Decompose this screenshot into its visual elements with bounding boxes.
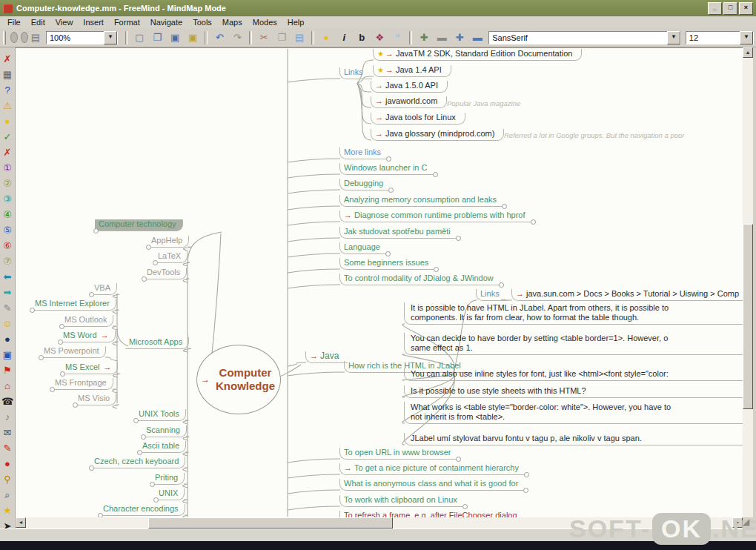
map-node-msvisio[interactable]: MS Visio (74, 394, 116, 405)
help-icon[interactable]: ? (1, 83, 14, 99)
redo-button[interactable]: ↷ (229, 30, 245, 45)
map-node-linkitem[interactable]: →java.sun.com > Docs > Books > Tutorial … (511, 289, 749, 301)
map-node-java[interactable]: →Java (305, 351, 348, 363)
map-node-vba[interactable]: VBA (90, 283, 117, 295)
desktop-icon[interactable]: ▣ (1, 348, 14, 363)
number-5-icon[interactable]: ⑤ (1, 223, 14, 239)
map-node-to-open-url[interactable]: To open URL in www browser (339, 448, 460, 460)
map-node-msexcel[interactable]: MS Excel→ (62, 362, 118, 374)
map-node-windows-launcher[interactable]: Windows launcher in C (339, 163, 437, 175)
back-icon[interactable]: ⬅ (1, 270, 14, 285)
nav-back-button[interactable] (10, 32, 18, 43)
map-root-node[interactable]: → Computer Knowledge (196, 345, 281, 414)
menu-navigate[interactable]: Navigate (146, 17, 187, 27)
map-node-jak[interactable]: Jak studovat spotřebu paměti (339, 227, 460, 239)
number-1-icon[interactable]: ① (1, 161, 14, 176)
map-node-to-control[interactable]: To control modality of JDialog & JWindow (339, 274, 503, 285)
chevron-down-icon[interactable]: ▼ (104, 31, 117, 44)
map-node-tb4[interactable]: Is it possible to use style sheets with … (404, 385, 756, 398)
cancel-icon[interactable]: ✗ (1, 145, 14, 161)
map-node-tb2[interactable]: You can decide to have border by setting… (404, 333, 756, 355)
minimize-button[interactable]: _ (708, 2, 722, 15)
maximize-button[interactable]: □ (723, 2, 737, 15)
phone-icon[interactable]: ☎ (1, 394, 14, 410)
enlarge-font-button[interactable]: ✚ (416, 30, 432, 45)
pencil-red-icon[interactable]: ✎ (1, 441, 14, 457)
font-combobox[interactable]: SansSerif ▼ (488, 31, 681, 44)
scroll-left-button[interactable]: ◄ (16, 517, 26, 528)
map-node-unix[interactable]: UNIX (155, 488, 185, 500)
undo-button[interactable]: ↶ (211, 30, 228, 45)
map-node-ascii[interactable]: Ascii table (139, 441, 186, 453)
save-button[interactable]: ▣ (167, 30, 183, 45)
map-node-scanning[interactable]: Scanning (142, 425, 187, 437)
open-file-button[interactable]: ❐ (149, 30, 165, 45)
print-button[interactable]: ▤ (30, 30, 41, 45)
bold-button[interactable]: b (354, 30, 370, 45)
map-node-diagnose[interactable]: →Diagnose common runtime problems with h… (339, 211, 534, 222)
map-node-j14[interactable]: ★→Java 1.4 API (373, 65, 451, 77)
bomb-icon[interactable]: ● (1, 332, 14, 348)
toolbar-grip[interactable] (3, 31, 6, 44)
idea-icon-button[interactable]: ● (318, 30, 334, 45)
cut-button[interactable]: ✂ (256, 30, 272, 45)
number-6-icon[interactable]: ⑥ (1, 239, 14, 254)
italic-button[interactable]: i (336, 30, 352, 45)
ok-icon[interactable]: ✓ (1, 130, 14, 145)
map-node-msfront[interactable]: MS Frontpage (51, 378, 113, 390)
chevron-down-icon[interactable]: ▼ (667, 31, 680, 44)
nav-forward-button[interactable] (21, 32, 28, 43)
flag-icon[interactable]: ⚑ (1, 363, 14, 379)
mail-icon[interactable]: ✉ (1, 425, 14, 441)
map-node-charenc[interactable]: Character encodings (99, 504, 185, 516)
paste-button[interactable]: ▤ (291, 30, 308, 45)
map-node-apphelp[interactable]: AppHelp (147, 236, 189, 248)
reduce-font-button[interactable]: ▬ (434, 30, 450, 45)
number-2-icon[interactable]: ② (1, 176, 14, 192)
map-node-analyzing[interactable]: Analyzing memory consumption and leaks (339, 195, 505, 207)
scroll-up-button[interactable]: ▲ (743, 47, 753, 58)
map-node-j150[interactable]: →Java 1.5.0 API (371, 81, 448, 93)
idea-icon[interactable]: ● (1, 114, 14, 130)
map-node-jgloss[interactable]: →Java glossary (mindprod.com) (371, 129, 504, 141)
map-node-tb3[interactable]: You can also use inline styles for font,… (404, 368, 756, 381)
map-node-jworld[interactable]: →javaworld.com (371, 96, 447, 108)
map-node-to-get-nice[interactable]: →To get a nice picture of containment hi… (339, 463, 528, 475)
new-file-button[interactable]: ▢ (131, 30, 147, 45)
forward-icon[interactable]: ➡ (1, 285, 14, 301)
bookmark-icon[interactable]: ★ (1, 503, 14, 519)
font-size-combobox[interactable]: 12 ▼ (686, 31, 754, 44)
vertical-scroll-thumb[interactable] (743, 224, 753, 409)
map-node-msword[interactable]: MS Word→ (59, 331, 116, 342)
smiley-icon[interactable]: ☺ (1, 317, 14, 332)
map-node-tb1[interactable]: It is possible to have HTML in JLabel. A… (404, 302, 756, 325)
enlarge-branch-button[interactable]: ✚ (451, 30, 468, 45)
notify-icon[interactable]: ♪ (1, 410, 14, 425)
map-node-msapps[interactable]: Microsoft Apps (125, 337, 189, 349)
zoom-combobox[interactable]: 100% ▼ (46, 31, 118, 44)
map-node-debugging[interactable]: Debugging (339, 179, 392, 190)
map-node-tb6[interactable]: JLabel umí stylovat barvu fontu v tagu p… (404, 433, 756, 445)
map-node-some-beginners[interactable]: Some beginners issues (339, 258, 437, 270)
map-node-links2[interactable]: Links (476, 289, 508, 301)
password-icon[interactable]: ⚲ (1, 472, 14, 488)
map-node-clipboard[interactable]: To work with clipboard on Linux (339, 495, 466, 507)
resize-grip-icon[interactable]: ◢ (743, 516, 755, 528)
vertical-scrollbar[interactable]: ▲ (743, 47, 753, 517)
map-node-mspp[interactable]: MS Powerpoint (40, 346, 106, 358)
map-node-tb5[interactable]: What works is <table style="border-color… (404, 402, 756, 424)
menu-file[interactable]: File (3, 17, 25, 27)
map-node-language[interactable]: Language (339, 242, 389, 254)
stop-icon[interactable]: ● (1, 457, 14, 472)
map-node-what-anon[interactable]: What is anonymous class and what it is g… (339, 479, 527, 491)
chevron-down-icon[interactable]: ▼ (740, 31, 753, 44)
close-button[interactable]: × (739, 2, 753, 15)
map-node-devtools[interactable]: DevTools (143, 268, 187, 279)
menu-format[interactable]: Format (110, 17, 145, 27)
remove-icon-button[interactable]: ✗ (1, 52, 14, 67)
map-node-links-top[interactable]: Links (339, 67, 372, 79)
cloud-button[interactable]: ❝ (389, 30, 405, 45)
menu-edit[interactable]: Edit (27, 17, 50, 27)
reduce-branch-button[interactable]: ▬ (469, 30, 485, 45)
copy-button[interactable]: ❐ (273, 30, 290, 45)
